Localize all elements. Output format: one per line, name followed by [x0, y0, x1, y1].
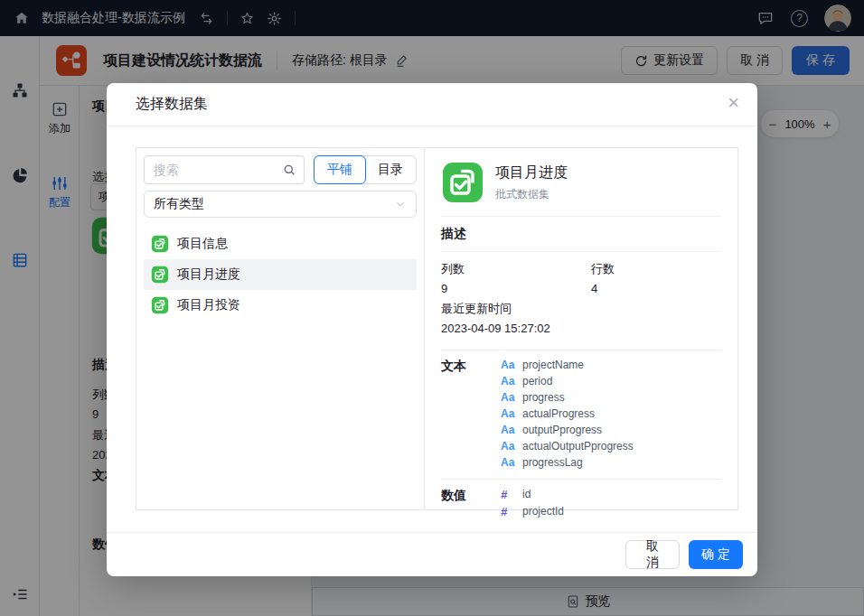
- text-type-icon: Aa: [501, 407, 515, 420]
- field-row: #projectId: [501, 505, 564, 518]
- field-row: AaprojectName: [501, 359, 634, 371]
- type-filter-value: 所有类型: [154, 196, 204, 212]
- field-row: AaactualProgress: [501, 407, 634, 420]
- dataset-icon: [151, 266, 169, 284]
- modal-footer: 取 消 确 定: [107, 532, 757, 576]
- view-mode-tabs: 平铺 目录: [314, 155, 417, 184]
- modal-ok-button[interactable]: 确 定: [689, 540, 743, 569]
- field-name: id: [522, 488, 531, 500]
- search-input[interactable]: [144, 155, 305, 184]
- dataset-list-item[interactable]: 项目信息: [144, 229, 417, 259]
- numeric-type-icon: #: [501, 505, 515, 518]
- field-name: actualProgress: [522, 407, 595, 420]
- detail-dataset-type: 批式数据集: [495, 187, 568, 202]
- rows-value: 4: [591, 280, 721, 298]
- numeric-section-label: 数值: [441, 488, 501, 518]
- dataset-icon: [151, 235, 169, 253]
- dataset-picker-box: 平铺 目录 所有类型: [136, 147, 738, 510]
- dataset-icon: [151, 296, 169, 314]
- text-type-icon: Aa: [501, 375, 515, 387]
- modal-cancel-button[interactable]: 取 消: [625, 540, 680, 569]
- select-dataset-modal: 选择数据集 × 平铺 目录: [107, 83, 757, 576]
- rows-label: 行数: [591, 260, 721, 278]
- field-name: projectName: [522, 359, 584, 371]
- field-row: AaoutputPprogress: [501, 424, 634, 436]
- dataset-label: 项目月进度: [177, 266, 240, 283]
- text-type-icon: Aa: [501, 391, 515, 404]
- field-name: period: [522, 375, 552, 387]
- search-icon[interactable]: [282, 163, 296, 177]
- field-row: #id: [501, 488, 564, 501]
- text-fields-section: 文本 AaprojectName Aaperiod Aaprogress Aaa…: [441, 350, 721, 479]
- field-name: progressLag: [522, 456, 583, 469]
- dataset-detail-panel: 项目月进度 批式数据集 描述 列数 行数 9 4 最近更新时间 2023-04-…: [424, 148, 737, 509]
- search-field: [144, 155, 305, 184]
- field-row: AaprogressLag: [501, 456, 634, 469]
- text-type-icon: Aa: [501, 424, 515, 436]
- dataset-label: 项目信息: [177, 236, 228, 252]
- modal-header: 选择数据集 ×: [107, 83, 757, 126]
- modal-body: 平铺 目录 所有类型: [107, 126, 757, 510]
- text-type-icon: Aa: [501, 359, 515, 371]
- updated-label: 最近更新时间: [441, 300, 721, 318]
- dataset-label: 项目月投资: [177, 297, 240, 313]
- modal-title: 选择数据集: [136, 95, 208, 114]
- dataset-stats: 列数 行数 9 4 最近更新时间 2023-04-09 15:27:02: [441, 252, 721, 350]
- dataset-picker-left: 平铺 目录 所有类型: [136, 148, 424, 509]
- text-type-icon: Aa: [501, 456, 515, 469]
- text-section-label: 文本: [441, 359, 501, 469]
- numeric-type-icon: #: [501, 488, 515, 501]
- updated-value: 2023-04-09 15:27:02: [441, 320, 721, 338]
- field-row: AaactualOutputPprogress: [501, 440, 634, 453]
- dataset-list-item-selected[interactable]: 项目月进度: [144, 259, 417, 290]
- desc-section-label: 描述: [441, 217, 721, 251]
- chevron-down-icon: [394, 198, 407, 210]
- dataset-list-item[interactable]: 项目月投资: [144, 290, 417, 321]
- numeric-fields-section: 数值 #id #projectId: [441, 480, 721, 528]
- field-name: actualOutputPprogress: [522, 440, 634, 453]
- app-window: 数据融合处理-数据流示例 ?: [0, 0, 864, 616]
- tab-flat[interactable]: 平铺: [314, 155, 366, 184]
- text-type-icon: Aa: [501, 440, 515, 453]
- field-name: progress: [522, 391, 565, 404]
- tab-tree[interactable]: 目录: [365, 156, 416, 183]
- cols-value: 9: [441, 280, 591, 298]
- detail-dataset-title: 项目月进度: [495, 163, 568, 182]
- dataset-list: 项目信息 项目月进度 项目月投资: [144, 229, 417, 321]
- cols-label: 列数: [441, 260, 591, 278]
- dataset-icon: [441, 161, 484, 204]
- field-name: outputPprogress: [522, 424, 602, 436]
- close-icon[interactable]: ×: [728, 93, 739, 113]
- field-row: Aaprogress: [501, 391, 634, 404]
- field-row: Aaperiod: [501, 375, 634, 387]
- type-filter-select[interactable]: 所有类型: [144, 191, 417, 218]
- field-name: projectId: [522, 505, 564, 518]
